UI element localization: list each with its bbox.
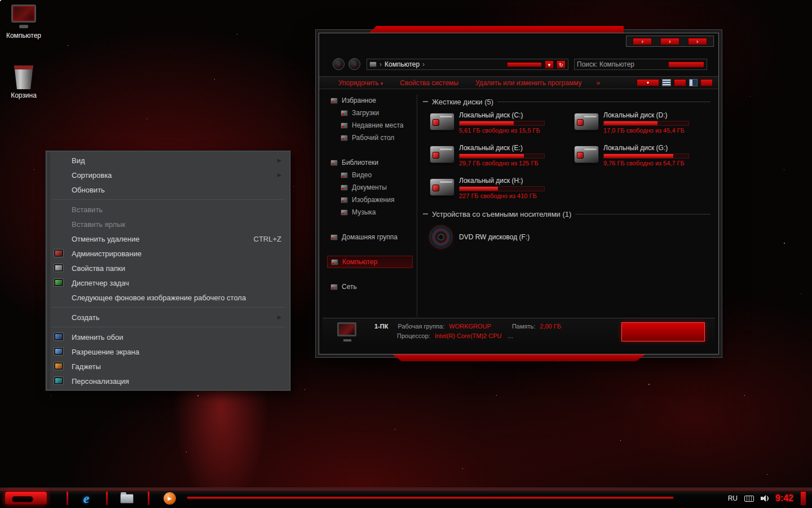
start-button[interactable] [5,491,47,505]
menu-item-administration[interactable]: Администрирование [47,246,289,261]
window-minimize-button[interactable]: › [633,38,652,45]
sidebar-item-recent-places[interactable]: Недавние места [327,119,417,132]
menu-item-change-wallpaper[interactable]: Изменить обои [47,330,289,344]
organize-button[interactable]: Упорядочить ▾ [338,79,383,87]
window-controls: › › › [626,36,714,47]
menu-item-label: Вставить ярлык [72,220,125,229]
language-indicator[interactable]: RU [728,494,738,502]
chevron-icon[interactable]: › [422,60,425,68]
search-input[interactable]: Поиск: Компьютер [577,60,634,68]
desktop-icon-computer[interactable]: Компьютер [0,5,47,40]
clock[interactable]: 9:42 [775,493,793,503]
sidebar-label: Загрузки [352,109,379,117]
explorer-button[interactable] [120,491,134,506]
menu-item-sort[interactable]: Сортировка ▶ [47,168,289,182]
window-close-button[interactable]: › [688,38,707,45]
collapse-icon[interactable] [423,101,428,102]
section-header-removable[interactable]: Устройства со съемными носителями (1) [423,209,710,218]
hard-drive-icon [430,146,454,163]
folder-icon [120,494,134,503]
explorer-window: › › › ‹ › › Компьютер › ▾ ↻ Поиск: Компь… [319,33,719,354]
computer-icon [369,62,377,67]
window-maximize-button[interactable]: › [660,38,679,45]
menu-item-label: Диспетчер задач [72,279,129,287]
sidebar-group-favorites[interactable]: Избранное [327,94,417,107]
menu-item-undo-delete[interactable]: Отменить удаление CTRL+Z [47,231,289,246]
screen-resolution-icon [54,347,64,356]
drive-item-g[interactable]: Локальный диск (G:) 9,76 ГБ свободно из … [574,144,714,171]
recycle-bin-icon [12,65,35,89]
menu-item-label: Гаджеты [72,362,101,371]
volume-icon[interactable] [761,495,769,502]
hard-drive-icon [430,113,454,130]
drive-free-space: 9,76 ГБ свободно из 54,7 ГБ [603,160,714,167]
sidebar-item-desktop[interactable]: Рабочий стол [327,132,417,144]
sidebar-item-downloads[interactable]: Загрузки [327,107,417,119]
address-dropdown-button[interactable]: ▾ [545,60,554,69]
list-view-icon[interactable] [662,79,671,86]
capacity-bar [603,121,689,126]
sidebar-label: Библиотеки [342,159,378,167]
taskbar-accent-line [0,489,812,491]
menu-item-refresh[interactable]: Обновить [47,182,289,197]
views-dropdown-button[interactable]: ▾ [637,79,659,86]
section-header-hard-disks[interactable]: Жесткие диски (5) [423,97,710,106]
collapse-icon[interactable] [423,213,428,214]
menu-item-personalization[interactable]: Персонализация [47,374,289,388]
menu-item-gadgets[interactable]: Гаджеты [47,359,289,374]
taskbar-separator [106,492,108,505]
search-box[interactable]: Поиск: Компьютер [574,59,707,70]
sidebar-group-libraries[interactable]: Библиотеки [327,156,417,169]
desktop-icon-label: Корзина [0,91,47,99]
refresh-button[interactable]: ↻ [557,60,566,69]
menu-item-label: Персонализация [72,377,129,386]
command-toolbar: Упорядочить ▾ Свойства системы Удалить и… [319,76,718,89]
menu-item-folder-options[interactable]: Свойства папки [47,261,289,275]
computer-name: 1-ПК [374,323,388,330]
menu-item-shortcut: CTRL+Z [254,235,281,243]
drive-item-d[interactable]: Локальный диск (D:) 17,0 ГБ свободно из … [574,111,714,138]
menu-item-task-manager[interactable]: Диспетчер задач [47,275,289,290]
drive-item-h[interactable]: Локальный диск (H:) 227 ГБ свободно из 4… [430,177,572,204]
help-button[interactable] [700,79,713,86]
uninstall-program-button[interactable]: Удалить или изменить программу [475,79,582,87]
dvd-drive-item[interactable]: DVD RW дисковод (F:) [430,226,599,249]
desktop-icon-recycle-bin[interactable]: Корзина [0,65,47,99]
nav-forward-button[interactable]: › [348,58,360,70]
administration-icon [54,249,64,257]
sidebar-item-video[interactable]: Видео [327,169,417,181]
sidebar-item-network[interactable]: Сеть [327,281,417,293]
sidebar-item-homegroup[interactable]: Домашняя группа [327,231,417,243]
keyboard-icon[interactable] [744,496,754,502]
menu-item-label: Создать [72,313,99,322]
address-bar[interactable]: › Компьютер › ▾ ↻ [367,59,568,70]
menu-item-next-wallpaper[interactable]: Следующее фоновое изображение рабочего с… [47,290,289,305]
dvd-disc-icon [430,226,452,248]
computer-icon [336,322,360,341]
media-player-button[interactable]: ▶ [162,491,177,506]
sidebar-label: Изображения [352,196,394,204]
drive-name: Локальный диск (G:) [603,144,714,152]
toolbar-overflow-button[interactable]: » [597,79,601,87]
sidebar-item-computer[interactable]: Компьютер [327,256,413,268]
window-top-banner [369,26,624,33]
gadgets-icon [54,362,64,370]
nav-back-button[interactable]: ‹ [333,58,345,70]
menu-item-view[interactable]: Вид ▶ [47,153,289,168]
sidebar-item-music[interactable]: Музыка [327,206,417,218]
sidebar-item-pictures[interactable]: Изображения [327,194,417,206]
breadcrumb[interactable]: Компьютер [385,60,420,68]
starfield-bright [0,0,1,1]
drive-item-e[interactable]: Локальный диск (E:) 29,7 ГБ свободно из … [430,144,572,171]
drive-item-c[interactable]: Локальный диск (C:) 5,61 ГБ свободно из … [430,111,572,138]
menu-item-screen-resolution[interactable]: Разрешение экрана [47,344,289,359]
desktop-context-menu: Вид ▶ Сортировка ▶ Обновить Вставить Вст… [45,150,291,391]
sidebar-item-documents[interactable]: Документы [327,181,417,194]
internet-explorer-button[interactable]: e [79,491,94,506]
system-properties-button[interactable]: Свойства системы [400,79,458,87]
show-desktop-button[interactable] [800,491,806,506]
preview-pane-button[interactable] [689,79,698,86]
search-button[interactable] [668,62,704,68]
menu-item-create[interactable]: Создать ▶ [47,310,289,325]
hard-drive-icon [574,113,599,130]
